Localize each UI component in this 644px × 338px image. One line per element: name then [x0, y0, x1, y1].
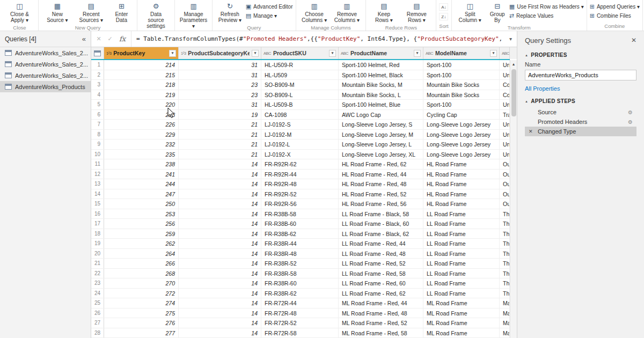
refresh-icon: ↻ [227, 2, 233, 10]
properties-section-header[interactable]: ▲ PROPERTIES [525, 52, 636, 58]
table-cell: ML Road Frame - Red, 58 [339, 328, 423, 338]
manage-parameters-button[interactable]: ▥Manage Parameters ▾ [178, 1, 209, 30]
commit-formula-icon[interactable]: ✓ [106, 35, 114, 42]
advanced-editor-button[interactable]: ▣Advanced Editor [246, 3, 293, 10]
table-row: 1926214FR-R38R-44LL Road Frame - Red, 44… [91, 239, 510, 249]
group-by-button[interactable]: ⊟Group By [487, 1, 508, 24]
query-name-input[interactable] [525, 70, 636, 80]
ribbon-group-reduce-rows: ▤Keep Rows ▾▤Remove Rows ▾Reduce Rows [366, 0, 436, 31]
append-queries-button[interactable]: ⊞Append Queries ▾ [590, 3, 640, 10]
column-header-productsubcategorykey[interactable]: 1²3ProductSubcategoryKey▾ [179, 47, 261, 59]
applied-step-source[interactable]: Source⚙ [525, 107, 636, 117]
formula-expand-icon[interactable]: ▾ [509, 36, 513, 42]
queries-sidebar: Queries [4] « AdventureWorks_Sales_2...A… [0, 31, 91, 338]
new-source-button[interactable]: ▦New Source ▾ [41, 1, 74, 24]
query-item-0[interactable]: AdventureWorks_Sales_2... [0, 47, 91, 58]
text-type-icon: ABC [264, 51, 271, 56]
choose-columns-button[interactable]: ▥Choose Columns ▾ [299, 1, 330, 24]
sort-az-button[interactable]: A↓ [439, 3, 448, 11]
row-number: 11 [91, 159, 104, 169]
formula-input[interactable]: = Table.TransformColumnTypes(#"Promoted … [131, 31, 506, 47]
table-cell: 14 [179, 289, 261, 298]
row-number: 15 [91, 199, 104, 209]
table-cell: 244 [104, 179, 179, 189]
table-cell: The [500, 289, 510, 298]
column-header-pr[interactable]: ABCPr▾ [500, 47, 510, 59]
data-source-settings-button[interactable]: ⚙Data source settings [140, 1, 172, 30]
table-row: 2026414FR-R38R-48LL Road Frame - Red, 48… [91, 249, 510, 259]
table-cell: ML Road Frame [423, 328, 500, 338]
enter-data-button[interactable]: ⊞Enter Data [109, 1, 134, 24]
table-cell: HL-U509-B [261, 100, 339, 109]
scrollbar-thumb[interactable] [511, 69, 516, 116]
table-cell: Ma [500, 308, 510, 318]
vertical-scrollbar[interactable]: ▲ [510, 60, 517, 338]
table-cell: FR-R38R-44 [261, 239, 339, 248]
close-apply-button[interactable]: ◫Close & Apply ▾ [4, 1, 35, 24]
query-item-2[interactable]: AdventureWorks_Sales_2... [0, 70, 91, 81]
step-settings-gear-icon[interactable]: ⚙ [628, 119, 633, 125]
column-header-modelname[interactable]: ABCModelName▾ [423, 47, 500, 59]
table-cell: HL Road Frame - Red, 56 [339, 199, 423, 209]
keep-rows-button[interactable]: ▤Keep Rows ▾ [369, 1, 399, 24]
use-first-row-as-headers-button[interactable]: ▦Use First Row as Headers ▾ [509, 3, 584, 10]
table-cell: 14 [179, 278, 261, 288]
column-header-productsku[interactable]: ABCProductSKU▾ [261, 47, 339, 59]
applied-step-changed-type[interactable]: ✕Changed Type [525, 127, 636, 136]
table-cell: LL Road Frame - Red, 48 [339, 249, 423, 259]
cancel-formula-icon[interactable]: ✕ [95, 35, 103, 42]
replace-values-button[interactable]: ⇄Replace Values [509, 12, 584, 19]
applied-step-promoted-headers[interactable]: Promoted Headers⚙ [525, 117, 636, 127]
ribbon: ◫Close & Apply ▾Close▦New Source ▾▤Recen… [0, 0, 644, 31]
close-panel-icon[interactable]: ✕ [631, 36, 636, 44]
table-cell: FR-R38R-62 [261, 289, 339, 298]
query-item-1[interactable]: AdventureWorks_Sales_2... [0, 58, 91, 70]
table-cell: 272 [104, 289, 179, 298]
column-header-productname[interactable]: ABCProductName▾ [339, 47, 423, 59]
split-column-button[interactable]: ◫Split Column ▾ [455, 1, 486, 24]
collapse-pane-icon[interactable]: « [82, 35, 86, 43]
combine-files-button[interactable]: ⊞Combine Files [590, 12, 640, 19]
filter-dropdown-icon[interactable]: ▾ [252, 50, 259, 57]
table-row: 2427214FR-R38R-62LL Road Frame - Red, 62… [91, 289, 510, 299]
recent-sources-button[interactable]: ▤Recent Sources ▾ [75, 1, 108, 24]
sort-za-button[interactable]: Z↓ [439, 13, 448, 20]
scroll-up-icon[interactable]: ▲ [510, 60, 517, 68]
table-cell: ML Road Frame [423, 318, 500, 328]
table-cell: 218 [104, 80, 179, 90]
column-header-productkey[interactable]: 1²3ProductKey▾ [104, 47, 179, 59]
table-cell: 23 [179, 80, 261, 90]
step-settings-gear-icon[interactable]: ⚙ [628, 109, 633, 115]
remove-columns-button[interactable]: ▥Remove Columns ▾ [331, 1, 363, 24]
select-all-corner[interactable] [91, 47, 104, 59]
row-number: 19 [91, 239, 104, 248]
table-cell: Long-Sleeve Logo Jersey, M [339, 130, 423, 139]
table-cell: 14 [179, 249, 261, 259]
table-cell: 31 [179, 100, 261, 109]
row-number: 17 [91, 219, 104, 229]
applied-steps-section-header[interactable]: ▲ APPLIED STEPS [525, 98, 636, 104]
filter-dropdown-icon[interactable]: ▾ [490, 50, 497, 57]
filter-dropdown-icon[interactable]: ▾ [329, 50, 336, 57]
filter-dropdown-icon[interactable]: ▾ [414, 50, 421, 57]
filter-dropdown-icon[interactable]: ▾ [169, 50, 176, 57]
table-cell: ML Road Frame [423, 308, 500, 318]
query-item-3[interactable]: AdventureWorks_Products [0, 81, 91, 92]
table-cell: Uni [500, 120, 510, 129]
row-number: 7 [91, 120, 104, 129]
preview-area: ✕ ✓ fx = Table.TransformColumnTypes(#"Pr… [91, 31, 517, 338]
grid-rows: 121431HL-U509-RSport-100 Helmet, RedSpor… [91, 60, 510, 338]
refresh-preview-button[interactable]: ↻Refresh Preview ▾ [215, 1, 245, 24]
table-cell: ML Road Frame [423, 298, 500, 308]
table-cell: LL Road Frame - Black, 62 [339, 229, 423, 239]
table-cell: Ma [500, 298, 510, 308]
all-properties-link[interactable]: All Properties [525, 85, 560, 92]
data-preview-grid: 1²3ProductKey▾1²3ProductSubcategoryKey▾A… [91, 47, 517, 338]
manage-button[interactable]: ▤Manage ▾ [246, 12, 293, 19]
table-cell: 31 [179, 60, 261, 70]
remove-rows-button[interactable]: ▤Remove Rows ▾ [400, 1, 433, 24]
table-cell: HL Road Frame [423, 159, 500, 169]
table-cell: 277 [104, 328, 179, 338]
row-number: 13 [91, 179, 104, 189]
delete-step-icon[interactable]: ✕ [529, 129, 538, 134]
